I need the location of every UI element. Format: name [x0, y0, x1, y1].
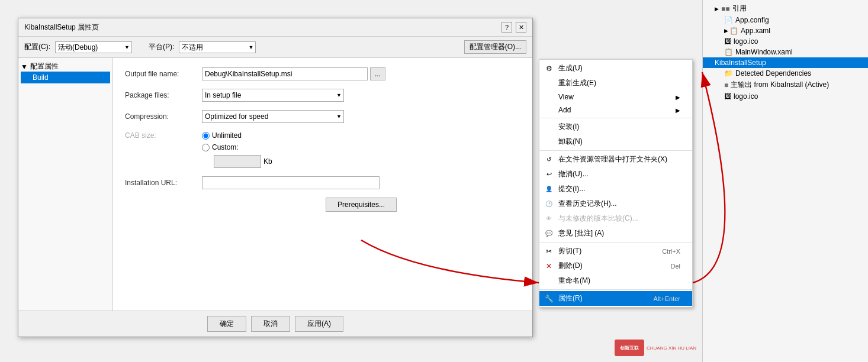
- menu-item-open-folder-label: 在文件资源管理器中打开文件夹(X): [558, 154, 667, 164]
- tree-item-build[interactable]: Build: [21, 72, 110, 83]
- menu-item-commit[interactable]: 👤 提交(I)...: [539, 182, 692, 196]
- menu-item-comment-label: 意见 [批注] (A): [558, 228, 604, 238]
- menu-item-undo[interactable]: ↩ 撤消(U)...: [539, 167, 692, 182]
- menu-item-properties-label: 属性(R): [558, 293, 583, 303]
- menu-item-build[interactable]: ⚙ 生成(U): [539, 61, 692, 76]
- dialog-title: KibaInstallSetup 属性页: [24, 22, 99, 33]
- menu-item-view[interactable]: View ▶: [539, 90, 692, 104]
- menu-item-uninstall[interactable]: 卸载(N): [539, 134, 692, 149]
- menu-item-properties[interactable]: 🔧 属性(R) Alt+Enter: [539, 291, 692, 306]
- menu-item-cut-label: 剪切(T): [558, 246, 581, 256]
- platform-select-wrapper: 不适用: [179, 41, 256, 53]
- menu-item-comment[interactable]: 💬 意见 [批注] (A): [539, 226, 692, 241]
- config-manager-button[interactable]: 配置管理器(O)...: [464, 40, 526, 54]
- tree-item-logoico[interactable]: 🖼 logo.ico: [703, 36, 868, 47]
- folder-open-icon: ↺: [544, 156, 554, 163]
- help-button[interactable]: ?: [501, 22, 512, 33]
- unlimited-radio[interactable]: [202, 132, 210, 140]
- sep1: [539, 118, 692, 118]
- image-icon: 🖼: [724, 37, 731, 46]
- menu-item-rename-label: 重命名(M): [558, 276, 590, 286]
- menu-item-commit-label: 提交(I)...: [558, 184, 585, 194]
- config-group-header[interactable]: ▼ 配置属性: [21, 62, 110, 72]
- installation-url-input[interactable]: [202, 176, 380, 189]
- dialog-titlebar: KibaInstallSetup 属性页 ? ✕: [18, 18, 532, 37]
- properties-shortcut: Alt+Enter: [653, 295, 680, 302]
- file-icon: 📄: [724, 16, 733, 24]
- properties-icon: 🔧: [544, 295, 554, 303]
- compression-select-wrapper: Optimized for speed: [202, 110, 344, 123]
- tree-item-logoico2[interactable]: 🖼 logo.ico: [703, 91, 868, 102]
- config-select[interactable]: 活动(Debug): [55, 41, 132, 53]
- folder-icon: 📁: [724, 69, 733, 77]
- package-select-wrapper: In setup file: [202, 89, 344, 102]
- ok-button[interactable]: 确定: [207, 316, 246, 332]
- unlimited-radio-row: Unlimited: [202, 131, 272, 140]
- tree-item-appconfig[interactable]: 📄 App.config: [703, 15, 868, 25]
- menu-item-rebuild-label: 重新生成(E): [558, 78, 596, 88]
- menu-item-build-label: 生成(U): [558, 63, 583, 73]
- config-bar: 配置(C): 活动(Debug) 平台(P): 不适用 配置管理器(O)...: [18, 37, 532, 58]
- tree-item-appxaml[interactable]: ▶ 📋 App.xaml: [703, 25, 868, 36]
- menu-item-compare[interactable]: 👁 与未修改的版本比较(C)...: [539, 211, 692, 226]
- menu-item-history-label: 查看历史记录(H)...: [558, 199, 617, 209]
- dialog-body: ▼ 配置属性 Build Output file name: ... Packa…: [18, 58, 532, 317]
- package-files-label: Package files:: [125, 91, 202, 99]
- tree-item-kibainstallsetup[interactable]: KibaInstallSetup: [703, 57, 868, 68]
- package-files-select[interactable]: In setup file: [202, 89, 344, 102]
- custom-radio[interactable]: [202, 144, 210, 151]
- cut-icon: ✂: [544, 247, 554, 256]
- menu-item-install-label: 安装(I): [558, 122, 579, 132]
- menu-item-delete[interactable]: ✕ 删除(D) Del: [539, 258, 692, 273]
- output-browse-button[interactable]: ...: [370, 67, 385, 80]
- cancel-button[interactable]: 取消: [251, 316, 290, 332]
- prerequisites-button[interactable]: Prerequisites...: [326, 198, 397, 212]
- custom-radio-row: Custom:: [202, 143, 272, 151]
- undo-icon: ↩: [544, 170, 554, 178]
- group-label: 配置属性: [30, 62, 59, 72]
- build-icon: ⚙: [544, 64, 554, 73]
- menu-item-undo-label: 撤消(U)...: [558, 169, 589, 179]
- output-file-input[interactable]: [202, 67, 368, 80]
- compression-select[interactable]: Optimized for speed: [202, 110, 344, 123]
- commit-icon: 👤: [544, 186, 554, 192]
- menu-item-install[interactable]: 安装(I): [539, 119, 692, 134]
- refs-icon: ▶: [715, 6, 719, 12]
- tree-item-refs[interactable]: ▶ ■■ ▶ ■■ 引用 引用: [703, 2, 868, 15]
- sep4: [539, 289, 692, 290]
- file-icon: 📋: [729, 27, 738, 35]
- menu-item-rebuild[interactable]: 重新生成(E): [539, 76, 692, 90]
- kb-input[interactable]: [214, 155, 261, 168]
- config-select-wrapper: 活动(Debug): [55, 41, 132, 53]
- apply-button[interactable]: 应用(A): [295, 316, 343, 332]
- tree-item-output-from[interactable]: ■ 主输出 from KibaInstall (Active): [703, 79, 868, 91]
- watermark-logo: 创新互联: [615, 340, 644, 356]
- history-icon: 🕐: [544, 201, 554, 207]
- menu-item-add-label: Add: [558, 106, 571, 114]
- file-icon: 📋: [724, 48, 733, 56]
- kb-row: Kb: [214, 155, 272, 168]
- prerequisites-row: Prerequisites...: [125, 198, 520, 212]
- compression-label: Compression:: [125, 112, 202, 121]
- menu-item-history[interactable]: 🕐 查看历史记录(H)...: [539, 196, 692, 211]
- cut-shortcut: Ctrl+X: [662, 248, 680, 255]
- menu-item-open-folder[interactable]: ↺ 在文件资源管理器中打开文件夹(X): [539, 152, 692, 167]
- menu-item-cut[interactable]: ✂ 剪切(T) Ctrl+X: [539, 244, 692, 258]
- menu-item-delete-label: 删除(D): [558, 261, 583, 271]
- close-button[interactable]: ✕: [516, 22, 526, 33]
- tree-item-detected-deps[interactable]: 📁 Detected Dependencies: [703, 68, 868, 79]
- properties-dialog: KibaInstallSetup 属性页 ? ✕ 配置(C): 活动(Debug…: [18, 18, 533, 337]
- sep3: [539, 242, 692, 243]
- tree-item-mainwindow[interactable]: 📋 MainWindow.xaml: [703, 47, 868, 57]
- expand-icon: ▶: [724, 28, 728, 34]
- image-icon: 🖼: [724, 92, 731, 101]
- menu-item-add[interactable]: Add ▶: [539, 104, 692, 117]
- menu-item-view-label: View: [558, 93, 574, 101]
- installation-url-controls: [202, 176, 520, 189]
- titlebar-controls: ? ✕: [501, 22, 526, 33]
- output-file-row: Output file name: ...: [125, 67, 520, 80]
- package-files-row: Package files: In setup file: [125, 89, 520, 102]
- platform-select[interactable]: 不适用: [179, 41, 256, 53]
- cab-size-radio-group: Unlimited Custom: Kb: [202, 131, 272, 168]
- menu-item-rename[interactable]: 重命名(M): [539, 273, 692, 288]
